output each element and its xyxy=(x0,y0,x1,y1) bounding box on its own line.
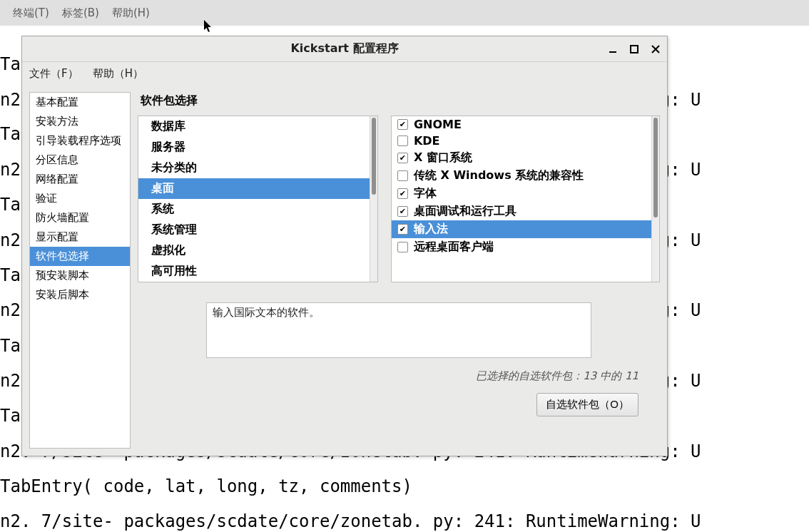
package-label: X 窗口系统 xyxy=(414,150,472,165)
package-label: 桌面调试和运行工具 xyxy=(414,204,517,219)
package-list-panel: GNOMEKDEX 窗口系统传统 X Windows 系统的兼容性字体桌面调试和… xyxy=(391,116,660,282)
package-item[interactable]: KDE xyxy=(392,133,651,149)
svg-rect-0 xyxy=(609,51,616,53)
category-item[interactable]: 系统 xyxy=(138,199,370,220)
category-item[interactable]: 系统管理 xyxy=(138,220,370,240)
sidebar-item[interactable]: 安装后脚本 xyxy=(30,285,130,305)
category-item[interactable]: 桌面 xyxy=(138,178,370,199)
package-label: 字体 xyxy=(414,186,437,201)
terminal-output-line: TabEntry( code, lat, long, tz, comments) xyxy=(0,478,412,495)
category-list-panel: 数据库服务器未分类的桌面系统系统管理虚拟化高可用性 xyxy=(138,116,378,282)
menu-help[interactable]: 帮助（H） xyxy=(93,67,143,81)
sidebar-item[interactable]: 预安装脚本 xyxy=(30,266,130,285)
close-button[interactable] xyxy=(650,44,661,55)
terminal-menu-help[interactable]: 帮助(H) xyxy=(112,6,150,20)
package-item[interactable]: GNOME xyxy=(392,116,651,133)
sidebar-item[interactable]: 显示配置 xyxy=(30,227,130,247)
package-label: KDE xyxy=(414,134,440,148)
sidebar-item[interactable]: 安装方法 xyxy=(30,112,130,131)
category-item[interactable]: 服务器 xyxy=(138,137,370,158)
package-label: 传统 X Windows 系统的兼容性 xyxy=(414,168,584,183)
package-item[interactable]: 传统 X Windows 系统的兼容性 xyxy=(392,167,651,185)
package-item[interactable]: 输入法 xyxy=(392,220,651,238)
nav-sidebar: 基本配置安装方法引导装载程序选项分区信息网络配置验证防火墙配置显示配置软件包选择… xyxy=(29,92,131,449)
sidebar-item[interactable]: 分区信息 xyxy=(30,150,130,170)
maximize-button[interactable] xyxy=(629,44,640,55)
package-checkbox[interactable] xyxy=(397,188,408,199)
terminal-menu-terminal[interactable]: 终端(T) xyxy=(13,6,49,20)
terminal-menubar: 终端(T) 标签(B) 帮助(H) xyxy=(0,0,809,26)
sidebar-item[interactable]: 验证 xyxy=(30,189,130,208)
category-item[interactable]: 数据库 xyxy=(138,116,370,137)
package-checkbox[interactable] xyxy=(397,119,408,130)
category-item[interactable]: 未分类的 xyxy=(138,158,370,178)
selected-count-label: 已选择的自选软件包：13 中的 11 xyxy=(138,358,660,383)
minimize-button[interactable] xyxy=(607,44,619,55)
sidebar-item[interactable]: 网络配置 xyxy=(30,170,130,189)
package-item[interactable]: 远程桌面客户端 xyxy=(392,238,651,256)
app-menubar: 文件（F） 帮助（H） xyxy=(22,62,667,85)
package-checkbox[interactable] xyxy=(397,206,408,217)
category-item[interactable]: 高可用性 xyxy=(138,261,370,282)
terminal-output-line: n2. 7/site- packages/scdate/core/zonetab… xyxy=(0,513,701,530)
panel-title: 软件包选择 xyxy=(138,92,660,116)
sidebar-item[interactable]: 防火墙配置 xyxy=(30,208,130,227)
svg-rect-1 xyxy=(631,46,638,53)
package-checkbox[interactable] xyxy=(397,153,408,163)
kickstart-configurator-window: Kickstart 配置程序 文件（F） 帮助（H） 基本配置安装方法引导装载程… xyxy=(21,36,668,456)
package-description: 输入国际文本的软件。 xyxy=(206,302,591,358)
package-label: GNOME xyxy=(414,118,462,131)
titlebar: Kickstart 配置程序 xyxy=(22,36,667,62)
package-scrollbar[interactable] xyxy=(651,116,659,282)
package-checkbox[interactable] xyxy=(397,242,408,252)
sidebar-item[interactable]: 基本配置 xyxy=(30,93,130,112)
package-item[interactable]: X 窗口系统 xyxy=(392,149,651,167)
scrollbar-thumb[interactable] xyxy=(372,118,376,195)
package-checkbox[interactable] xyxy=(397,170,408,181)
package-checkbox[interactable] xyxy=(397,135,408,146)
package-label: 输入法 xyxy=(414,222,448,237)
window-title: Kickstart 配置程序 xyxy=(22,41,667,56)
package-item[interactable]: 桌面调试和运行工具 xyxy=(392,203,651,220)
sidebar-item[interactable]: 软件包选择 xyxy=(30,247,130,266)
package-item[interactable]: 字体 xyxy=(392,185,651,203)
package-checkbox[interactable] xyxy=(397,224,408,235)
category-scrollbar[interactable] xyxy=(370,116,377,282)
sidebar-item[interactable]: 引导装载程序选项 xyxy=(30,131,130,150)
menu-file[interactable]: 文件（F） xyxy=(29,67,78,81)
scrollbar-thumb[interactable] xyxy=(653,118,658,218)
optional-packages-button[interactable]: 自选软件包（O） xyxy=(536,393,638,416)
package-label: 远程桌面客户端 xyxy=(414,240,494,255)
category-item[interactable]: 虚拟化 xyxy=(138,240,370,261)
terminal-menu-tabs[interactable]: 标签(B) xyxy=(62,6,99,20)
